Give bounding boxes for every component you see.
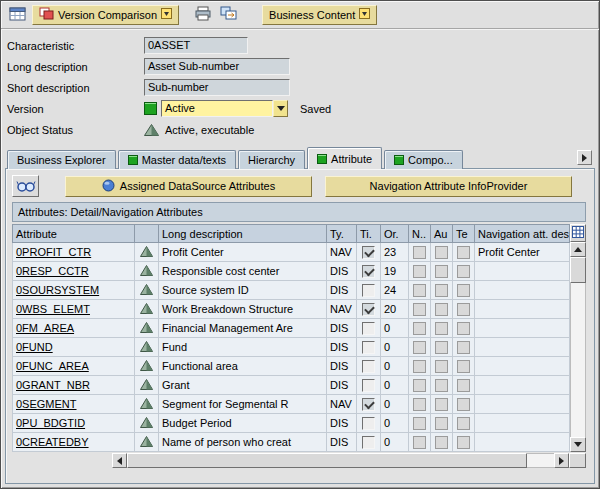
column-header-navigation-att-des[interactable]: Navigation att. des <box>475 225 570 243</box>
business-content-button[interactable]: Business Content <box>262 5 377 25</box>
attribute-type-cell[interactable]: DIS <box>327 376 357 395</box>
table-row: 0SOURSYSTEM Source system ID DIS 24 <box>13 281 570 300</box>
time-dependent-checkbox[interactable] <box>362 398 375 411</box>
tab-scroll-button[interactable] <box>577 150 592 165</box>
attribute-type-cell[interactable]: DIS <box>327 319 357 338</box>
object-list-button[interactable] <box>6 5 29 25</box>
characteristic-icon <box>135 262 159 281</box>
attribute-type-cell[interactable]: NAV <box>327 243 357 262</box>
tab-business-explorer[interactable]: Business Explorer <box>7 150 116 169</box>
order-cell[interactable]: 0 <box>381 433 409 452</box>
chevron-up-icon <box>574 247 582 252</box>
time-dependent-checkbox[interactable] <box>362 341 375 354</box>
table-config-button[interactable] <box>570 224 586 242</box>
time-dependent-checkbox[interactable] <box>362 379 375 392</box>
column-header-n[interactable]: N.. <box>409 225 431 243</box>
order-cell[interactable]: 23 <box>381 243 409 262</box>
attributes-table-body: 0PROFIT_CTR Profit Center NAV 23 Profit … <box>13 243 570 452</box>
long-description-cell: Fund <box>159 338 327 357</box>
version-combo[interactable]: Active <box>161 100 288 117</box>
column-header-ty[interactable]: Ty. <box>327 225 357 243</box>
attribute-type-cell[interactable]: NAV <box>327 395 357 414</box>
scroll-right-button[interactable] <box>554 453 569 468</box>
navigation-attribute-description-cell <box>475 357 570 376</box>
vertical-scroll-thumb[interactable] <box>570 257 586 283</box>
column-header-or[interactable]: Or. <box>381 225 409 243</box>
long-description-row: Long description Asset Sub-number <box>7 56 593 77</box>
attribute-link[interactable]: 0GRANT_NBR <box>13 376 135 395</box>
attribute-link[interactable]: 0RESP_CCTR <box>13 262 135 281</box>
horizontal-scroll-thumb[interactable] <box>127 453 527 468</box>
version-compare-icon <box>39 7 54 22</box>
scroll-up-button[interactable] <box>570 242 586 257</box>
column-header-icon[interactable] <box>135 225 159 243</box>
attribute-link[interactable]: 0SOURSYSTEM <box>13 281 135 300</box>
attribute-link[interactable]: 0PU_BDGTID <box>13 414 135 433</box>
attribute-link[interactable]: 0FUND <box>13 338 135 357</box>
order-cell[interactable]: 0 <box>381 357 409 376</box>
attribute-link[interactable]: 0CREATEDBY <box>13 433 135 452</box>
table-config-icon <box>572 226 584 240</box>
attribute-type-cell[interactable]: DIS <box>327 281 357 300</box>
scroll-down-button[interactable] <box>570 437 586 452</box>
scroll-left-button[interactable] <box>112 453 127 468</box>
time-dependent-checkbox[interactable] <box>362 265 375 278</box>
attribute-type-cell[interactable]: DIS <box>327 262 357 281</box>
attribute-link[interactable]: 0FUNC_AREA <box>13 357 135 376</box>
short-description-field[interactable]: Sub-number <box>144 79 290 96</box>
characteristic-field[interactable]: 0ASSET <box>144 37 248 54</box>
attribute-type-cell[interactable]: DIS <box>327 338 357 357</box>
order-cell[interactable]: 0 <box>381 338 409 357</box>
menu-icon <box>161 8 172 21</box>
characteristic-icon <box>135 319 159 338</box>
long-description-label: Long description <box>7 61 144 73</box>
attribute-link[interactable]: 0WBS_ELEMT <box>13 300 135 319</box>
navigation-attribute-infoprovider-button[interactable]: Navigation Attribute InfoProvider <box>325 176 572 197</box>
version-comparison-button[interactable]: Version Comparison <box>32 5 179 25</box>
navigation-attribute-description-cell <box>475 319 570 338</box>
text-checkbox <box>457 341 470 354</box>
order-cell[interactable]: 0 <box>381 319 409 338</box>
column-header-ti[interactable]: Ti. <box>357 225 381 243</box>
attribute-type-cell[interactable]: DIS <box>327 433 357 452</box>
tab-label: Attribute <box>331 153 372 165</box>
tab-attribute[interactable]: Attribute <box>307 147 382 169</box>
column-header-te[interactable]: Te <box>453 225 475 243</box>
order-cell[interactable]: 20 <box>381 300 409 319</box>
attribute-type-cell[interactable]: DIS <box>327 414 357 433</box>
attribute-link[interactable]: 0FM_AREA <box>13 319 135 338</box>
version-led-icon <box>144 102 157 115</box>
time-dependent-checkbox[interactable] <box>362 360 375 373</box>
order-cell[interactable]: 0 <box>381 395 409 414</box>
column-header-attribute[interactable]: Attribute <box>13 225 135 243</box>
time-dependent-checkbox[interactable] <box>362 246 375 259</box>
order-cell[interactable]: 0 <box>381 414 409 433</box>
column-header-au[interactable]: Au <box>431 225 453 243</box>
column-header-long-description[interactable]: Long description <box>159 225 327 243</box>
long-description-field[interactable]: Asset Sub-number <box>144 58 290 75</box>
tab-compo[interactable]: Compo... <box>384 150 463 169</box>
time-dependent-checkbox[interactable] <box>362 436 375 449</box>
time-dependent-checkbox[interactable] <box>362 322 375 335</box>
order-cell[interactable]: 24 <box>381 281 409 300</box>
attribute-link[interactable]: 0SEGMENT <box>13 395 135 414</box>
attribute-link[interactable]: 0PROFIT_CTR <box>13 243 135 262</box>
detail-button[interactable] <box>12 175 39 197</box>
order-cell[interactable]: 19 <box>381 262 409 281</box>
attribute-type-cell[interactable]: DIS <box>327 357 357 376</box>
time-dependent-checkbox[interactable] <box>362 284 375 297</box>
nav-switch-checkbox <box>413 322 426 335</box>
attribute-type-cell[interactable]: NAV <box>327 300 357 319</box>
table-row: 0WBS_ELEMT Work Breakdown Structure NAV … <box>13 300 570 319</box>
tab-master-data-texts[interactable]: Master data/texts <box>118 150 236 169</box>
version-value[interactable]: Active <box>161 100 273 117</box>
tab-hierarchy[interactable]: Hierarchy <box>238 150 305 169</box>
time-dependent-checkbox[interactable] <box>362 303 375 316</box>
order-cell[interactable]: 0 <box>381 376 409 395</box>
assigned-datasource-attributes-button[interactable]: Assigned DataSource Attributes <box>65 176 312 197</box>
export-button[interactable] <box>217 5 240 25</box>
version-dropdown-button[interactable] <box>273 100 288 117</box>
time-dependent-checkbox[interactable] <box>362 417 375 430</box>
print-button[interactable] <box>191 5 214 25</box>
authorization-checkbox <box>435 265 448 278</box>
